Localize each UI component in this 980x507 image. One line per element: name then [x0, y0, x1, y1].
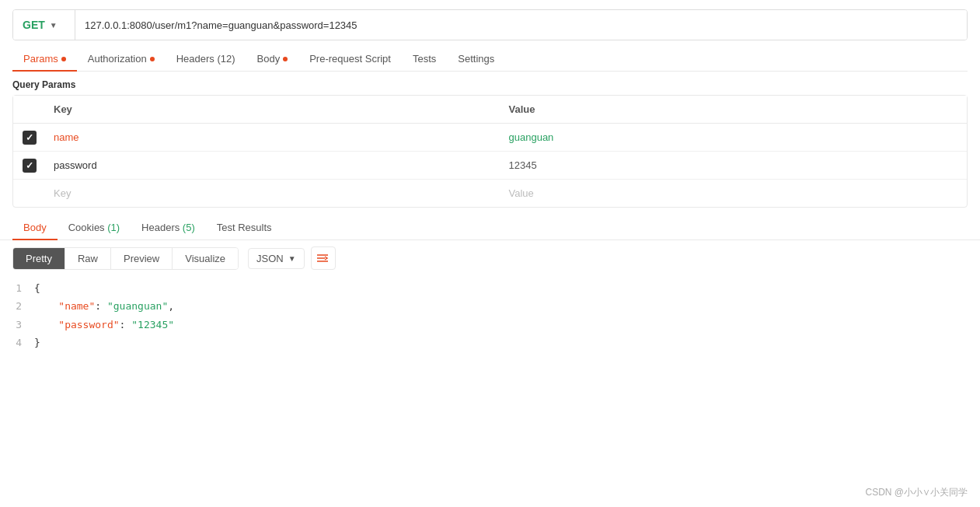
tab-tests[interactable]: Tests	[402, 47, 447, 71]
response-tab-body[interactable]: Body	[12, 215, 58, 240]
format-selector[interactable]: JSON ▼	[248, 248, 305, 269]
request-tabs: Params Authorization Headers (12) Body P…	[12, 47, 968, 72]
tab-headers[interactable]: Headers (12)	[166, 47, 246, 71]
view-visualize-button[interactable]: Visualize	[173, 248, 238, 269]
code-name-line: "name": "guanguan",	[34, 297, 174, 315]
method-selector[interactable]: GET ▼	[13, 10, 75, 40]
tab-prerequest[interactable]: Pre-request Script	[298, 47, 402, 71]
view-preview-button[interactable]: Preview	[111, 248, 173, 269]
tab-authorization[interactable]: Authorization	[77, 47, 166, 71]
headers-badge: (5)	[180, 222, 195, 233]
params-dot	[61, 57, 66, 61]
params-value-empty[interactable]: Value	[503, 184, 958, 202]
code-password-line: "password": "12345"	[34, 316, 174, 334]
line-num-4: 4	[12, 334, 34, 351]
code-line-1: 1 {	[12, 279, 968, 297]
params-header-row: Key Value	[13, 96, 967, 124]
method-label: GET	[23, 19, 45, 31]
cookies-badge: (1)	[105, 222, 120, 233]
code-line-2: 2 "name": "guanguan",	[12, 297, 968, 315]
format-label: JSON	[256, 253, 284, 264]
body-dot	[283, 57, 288, 61]
code-line-4: 4 }	[12, 334, 968, 351]
checkbox-name[interactable]: ✓	[23, 131, 47, 145]
chevron-down-icon: ▼	[50, 21, 58, 30]
params-value-password[interactable]: 12345	[503, 156, 958, 174]
checkbox-password[interactable]: ✓	[23, 159, 47, 173]
response-tab-testresults[interactable]: Test Results	[206, 215, 283, 240]
code-line-3: 3 "password": "12345"	[12, 316, 968, 334]
params-value-header: Value	[503, 100, 958, 118]
params-table: Key Value ✓ name guanguan ✓ password 123…	[12, 95, 968, 208]
code-area: 1 { 2 "name": "guanguan", 3 "password": …	[0, 276, 980, 365]
params-row-password: ✓ password 12345	[13, 152, 967, 180]
line-num-2: 2	[12, 297, 34, 315]
params-key-name[interactable]: name	[47, 128, 503, 146]
line-num-1: 1	[12, 279, 34, 297]
wrap-icon	[317, 253, 330, 264]
url-input[interactable]	[75, 10, 967, 40]
authorization-dot	[150, 57, 155, 61]
view-pretty-button[interactable]: Pretty	[13, 248, 65, 269]
view-raw-button[interactable]: Raw	[65, 248, 111, 269]
line-num-3: 3	[12, 316, 34, 334]
params-key-header: Key	[47, 100, 503, 118]
response-tab-headers[interactable]: Headers (5)	[131, 215, 206, 240]
code-brace-close: }	[34, 334, 40, 351]
wrap-button[interactable]	[311, 247, 336, 270]
params-key-password[interactable]: password	[47, 156, 503, 174]
url-bar: GET ▼	[12, 9, 968, 40]
tab-params[interactable]: Params	[12, 47, 77, 71]
format-chevron-icon: ▼	[288, 254, 296, 263]
view-controls: Pretty Raw Preview Visualize JSON ▼	[0, 240, 980, 276]
params-key-empty[interactable]: Key	[47, 184, 503, 202]
code-brace-open: {	[34, 279, 40, 297]
params-row-name: ✓ name guanguan	[13, 124, 967, 152]
query-params-title: Query Params	[0, 72, 980, 95]
footer-text: CSDN @小小∨小关同学	[865, 486, 968, 499]
tab-settings[interactable]: Settings	[447, 47, 505, 71]
params-row-empty: Key Value	[13, 180, 967, 207]
response-tabs: Body Cookies (1) Headers (5) Test Result…	[0, 215, 980, 240]
view-btn-group: Pretty Raw Preview Visualize	[12, 247, 239, 270]
params-value-name[interactable]: guanguan	[503, 128, 958, 146]
response-tab-cookies[interactable]: Cookies (1)	[58, 215, 131, 240]
tab-body[interactable]: Body	[246, 47, 299, 71]
